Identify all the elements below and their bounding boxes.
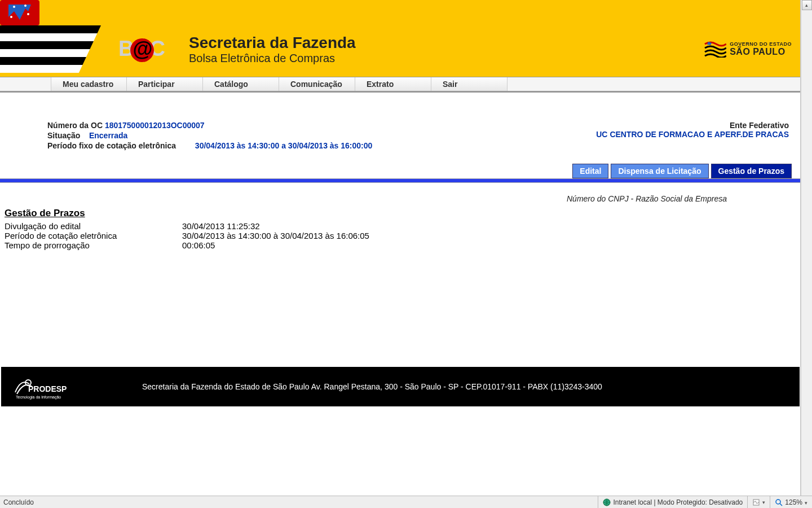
menu-comunicacao[interactable]: Comunicação	[279, 77, 355, 91]
svg-rect-8	[0, 49, 90, 57]
gov-sp-logo: GOVERNO DO ESTADO SÃO PAULO	[704, 41, 792, 58]
svg-point-4	[10, 16, 12, 18]
oc-info-block: Número da OC 180175000012013OC00007 Situ…	[0, 93, 800, 157]
header-banner: BC Secretaria da Fazenda Bolsa Eletrônic…	[0, 0, 800, 77]
magnifier-icon	[775, 498, 783, 506]
row-prorrogacao: Tempo de prorrogação 00:06:05	[5, 240, 789, 250]
status-zone-text: Intranet local | Modo Protegido: Desativ…	[613, 498, 743, 506]
right-info: Ente Federativo UC CENTRO DE FORMACAO E …	[596, 121, 789, 139]
tab-edital[interactable]: Edital	[572, 164, 608, 178]
status-text: Concluído	[0, 498, 598, 506]
row-divulgacao-label: Divulgação do edital	[5, 221, 182, 231]
row-prorrogacao-value: 00:06:05	[182, 240, 215, 250]
menu-extrato[interactable]: Extrato	[355, 77, 431, 91]
prodesp-logo-icon: PRODESP Tecnologia da Informação	[12, 373, 74, 401]
svg-line-17	[780, 503, 782, 506]
page-footer: PRODESP Tecnologia da Informação Secreta…	[1, 367, 800, 406]
row-periodo-value: 30/04/2013 às 14:30:00 à 30/04/2013 às 1…	[182, 231, 369, 240]
oc-number-value: 180175000012013OC00007	[105, 121, 205, 130]
svg-point-1	[13, 6, 15, 8]
situacao-label: Situação	[47, 131, 80, 140]
uc-prefix: UC	[596, 130, 607, 139]
row-periodo-label: Período de cotação eletrônica	[5, 231, 182, 240]
footer-text: Secretaria da Fazenda do Estado de São P…	[142, 382, 602, 391]
bec-logo: BC	[118, 37, 166, 62]
main-menu: Meu cadastro Participar Catálogo Comunic…	[0, 77, 800, 93]
periodo-value: 30/04/2013 às 14:30:00 a 30/04/2013 às 1…	[195, 141, 373, 150]
at-icon	[130, 38, 154, 62]
blue-separator	[0, 178, 800, 183]
svg-text:PRODESP: PRODESP	[28, 384, 67, 393]
gestao-prazos-section: Gestão de Prazos Divulgação do edital 30…	[0, 208, 800, 250]
svg-point-3	[27, 13, 29, 15]
section-title: Gestão de Prazos	[5, 208, 789, 219]
ente-label: Ente Federativo	[596, 121, 789, 130]
header-titles: Secretaria da Fazenda Bolsa Eletrônica d…	[189, 34, 356, 65]
menu-sair[interactable]: Sair	[431, 77, 508, 91]
svg-rect-5	[0, 25, 101, 33]
row-divulgacao: Divulgação do edital 30/04/2013 11:25:32	[5, 221, 789, 231]
globe-icon	[603, 498, 611, 506]
header-subtitle: Bolsa Eletrônica de Compras	[189, 52, 356, 65]
gov-top-text: GOVERNO DO ESTADO	[730, 41, 792, 47]
status-zone[interactable]: Intranet local | Modo Protegido: Desativ…	[598, 496, 747, 508]
header-title: Secretaria da Fazenda	[189, 34, 356, 52]
gov-bottom-text: SÃO PAULO	[730, 47, 792, 57]
svg-rect-10	[0, 65, 82, 73]
scroll-up-arrow-icon[interactable]: ▴	[802, 0, 812, 10]
status-zoom[interactable]: 125%	[770, 496, 812, 508]
svg-rect-6	[0, 33, 97, 41]
tabs-row: Edital Dispensa de Licitação Gestão de P…	[0, 164, 800, 178]
menu-meu-cadastro[interactable]: Meu cadastro	[51, 77, 127, 91]
broken-page-icon	[752, 498, 760, 506]
uc-value: CENTRO DE FORMACAO E APERF.DE PRACAS	[610, 130, 789, 139]
row-divulgacao-value: 30/04/2013 11:25:32	[182, 221, 260, 231]
wave-icon	[704, 41, 726, 58]
svg-rect-9	[0, 57, 86, 65]
row-periodo-cotacao: Período de cotação eletrônica 30/04/2013…	[5, 231, 789, 240]
svg-rect-7	[0, 41, 94, 49]
zoom-value: 125%	[785, 498, 807, 506]
svg-point-2	[24, 5, 27, 7]
cnpj-line: Número do CNPJ - Razão Social da Empresa	[0, 183, 800, 208]
svg-text:Tecnologia da Informação: Tecnologia da Informação	[16, 395, 61, 400]
svg-point-16	[776, 500, 780, 504]
vertical-scrollbar[interactable]: ▴	[801, 0, 812, 497]
menu-catalogo[interactable]: Catálogo	[203, 77, 279, 91]
row-prorrogacao-label: Tempo de prorrogação	[5, 240, 182, 250]
sp-flag-icon	[0, 0, 113, 77]
periodo-label: Período fixo de cotação eletrônica	[47, 141, 176, 150]
status-compat[interactable]: ▾	[747, 496, 770, 508]
situacao-value: Encerrada	[89, 131, 127, 140]
browser-status-bar: Concluído Intranet local | Modo Protegid…	[0, 496, 812, 508]
tab-dispensa[interactable]: Dispensa de Licitação	[611, 164, 708, 178]
oc-number-label: Número da OC	[47, 121, 103, 130]
tab-gestao-prazos[interactable]: Gestão de Prazos	[711, 164, 792, 178]
menu-participar[interactable]: Participar	[127, 77, 203, 91]
